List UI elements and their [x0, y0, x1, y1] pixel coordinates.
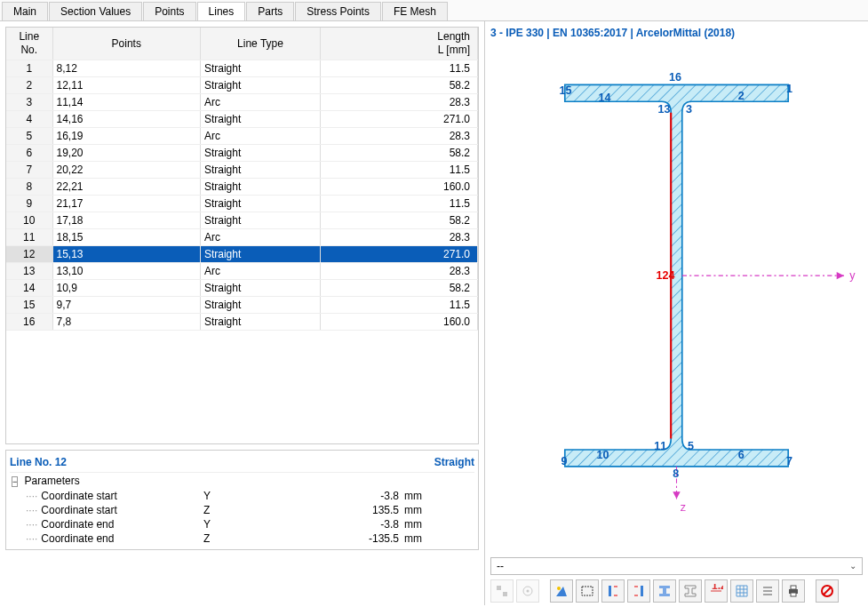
table-row[interactable]: 921,17Straight11.5: [6, 195, 478, 212]
cell-points[interactable]: 22,21: [52, 178, 200, 195]
col-line-no[interactable]: LineNo.: [6, 28, 52, 60]
cell-length[interactable]: 271.0: [321, 110, 478, 127]
cell-length[interactable]: 28.3: [321, 262, 478, 279]
cell-type[interactable]: Straight: [200, 110, 320, 127]
table-row[interactable]: 212,11Straight58.2: [6, 76, 478, 93]
param-value: -3.8: [346, 518, 399, 531]
cell-type[interactable]: Straight: [200, 60, 320, 76]
cell-type[interactable]: Arc: [200, 262, 320, 279]
section-preview[interactable]: y z 124 1 2 3 5 6 7 8 9 10 11 13 14: [490, 46, 863, 552]
cell-type[interactable]: Straight: [200, 76, 320, 93]
col-line-type[interactable]: Line Type: [200, 28, 320, 60]
cell-type[interactable]: Straight: [200, 313, 320, 330]
cell-type[interactable]: Straight: [200, 245, 320, 262]
cell-points[interactable]: 16,19: [52, 127, 200, 144]
cell-length[interactable]: 11.5: [321, 60, 478, 76]
cell-length[interactable]: 271.0: [321, 245, 478, 262]
cell-length[interactable]: 11.5: [321, 161, 478, 178]
col-points[interactable]: Points: [52, 28, 200, 60]
cell-line-no: 4: [6, 110, 52, 127]
cell-points[interactable]: 8,12: [52, 60, 200, 76]
cell-type[interactable]: Straight: [200, 178, 320, 195]
stress-left-icon[interactable]: [601, 579, 625, 603]
cell-type[interactable]: Straight: [200, 296, 320, 313]
param-label: Coordinate start: [41, 490, 116, 502]
cell-points[interactable]: 13,10: [52, 262, 200, 279]
svg-text:2: 2: [738, 90, 745, 102]
cell-length[interactable]: 160.0: [321, 313, 478, 330]
view-render-icon[interactable]: [550, 579, 573, 603]
col-length[interactable]: LengthL [mm]: [321, 28, 478, 60]
stress-right-icon[interactable]: [627, 579, 650, 603]
cell-length[interactable]: 28.3: [321, 93, 478, 110]
grid-icon[interactable]: [730, 579, 753, 603]
table-row[interactable]: 1118,15Arc28.3: [6, 228, 478, 245]
table-row[interactable]: 516,19Arc28.3: [6, 127, 478, 144]
cell-length[interactable]: 58.2: [321, 76, 478, 93]
table-row[interactable]: 18,12Straight11.5: [6, 60, 478, 76]
table-row[interactable]: 311,14Arc28.3: [6, 93, 478, 110]
svg-rect-30: [641, 586, 643, 596]
cell-points[interactable]: 18,15: [52, 228, 200, 245]
cell-length[interactable]: 58.2: [321, 144, 478, 161]
cancel-icon[interactable]: [816, 579, 839, 603]
cell-points[interactable]: 11,14: [52, 93, 200, 110]
cell-type[interactable]: Straight: [200, 195, 320, 212]
center-label: 124: [656, 269, 674, 282]
cell-points[interactable]: 21,17: [52, 195, 200, 212]
cell-points[interactable]: 19,20: [52, 144, 200, 161]
tab-section-values[interactable]: Section Values: [49, 2, 142, 20]
tab-parts[interactable]: Parts: [246, 2, 294, 20]
cell-length[interactable]: 58.2: [321, 279, 478, 296]
cell-points[interactable]: 9,7: [52, 296, 200, 313]
cell-points[interactable]: 12,11: [52, 76, 200, 93]
tab-stress-points[interactable]: Stress Points: [295, 2, 381, 20]
ibeam-fill-icon[interactable]: [653, 579, 676, 603]
table-row[interactable]: 159,7Straight11.5: [6, 296, 478, 313]
cell-line-no: 3: [6, 93, 52, 110]
parameter-row: ····Coordinate endZ-135.5mm: [10, 531, 474, 546]
print-area-icon[interactable]: [576, 579, 599, 603]
cell-points[interactable]: 14,16: [52, 110, 200, 127]
cell-line-no: 6: [6, 144, 52, 161]
tab-main[interactable]: Main: [2, 2, 48, 20]
cell-length[interactable]: 58.2: [321, 212, 478, 228]
cell-length[interactable]: 11.5: [321, 195, 478, 212]
table-row[interactable]: 1215,13Straight271.0: [6, 245, 478, 262]
list-icon[interactable]: [756, 579, 779, 603]
table-row[interactable]: 619,20Straight58.2: [6, 144, 478, 161]
table-row[interactable]: 167,8Straight160.0: [6, 313, 478, 330]
cell-points[interactable]: 10,9: [52, 279, 200, 296]
table-row[interactable]: 1017,18Straight58.2: [6, 212, 478, 228]
table-row[interactable]: 1313,10Arc28.3: [6, 262, 478, 279]
cell-type[interactable]: Straight: [200, 161, 320, 178]
cell-type[interactable]: Arc: [200, 127, 320, 144]
ibeam-outline-icon[interactable]: [679, 579, 702, 603]
cell-length[interactable]: 28.3: [321, 228, 478, 245]
print-icon[interactable]: [782, 579, 805, 603]
table-row[interactable]: 414,16Straight271.0: [6, 110, 478, 127]
cell-length[interactable]: 11.5: [321, 296, 478, 313]
collapse-icon[interactable]: −: [12, 476, 18, 487]
cell-points[interactable]: 7,8: [52, 313, 200, 330]
cell-type[interactable]: Straight: [200, 144, 320, 161]
status-select[interactable]: -- ⌄: [490, 557, 863, 575]
table-row[interactable]: 720,22Straight11.5: [6, 161, 478, 178]
cell-length[interactable]: 160.0: [321, 178, 478, 195]
tab-lines[interactable]: Lines: [197, 2, 246, 20]
cell-type[interactable]: Straight: [200, 279, 320, 296]
cell-type[interactable]: Arc: [200, 93, 320, 110]
table-row[interactable]: 822,21Straight160.0: [6, 178, 478, 195]
cell-points[interactable]: 20,22: [52, 161, 200, 178]
tab-fe-mesh[interactable]: FE Mesh: [382, 2, 448, 20]
cell-type[interactable]: Straight: [200, 212, 320, 228]
cell-length[interactable]: 28.3: [321, 127, 478, 144]
table-row[interactable]: 1410,9Straight58.2: [6, 279, 478, 296]
cell-type[interactable]: Arc: [200, 228, 320, 245]
svg-text:7: 7: [786, 455, 792, 467]
cell-points[interactable]: 15,13: [52, 245, 200, 262]
tab-points[interactable]: Points: [143, 2, 195, 20]
dimensions-icon[interactable]: 1.2: [705, 579, 728, 603]
svg-text:8: 8: [673, 467, 679, 480]
cell-points[interactable]: 17,18: [52, 212, 200, 228]
